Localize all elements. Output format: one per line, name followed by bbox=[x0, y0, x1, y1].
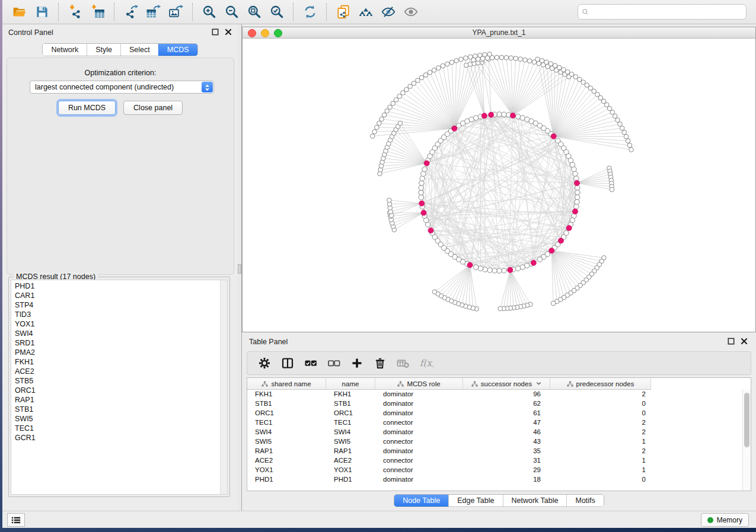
cell-successor-nodes[interactable]: 62 bbox=[463, 399, 550, 408]
column-header-name[interactable]: name bbox=[326, 378, 375, 389]
table-scrollbar[interactable] bbox=[742, 389, 751, 491]
show-details-button[interactable] bbox=[401, 2, 420, 21]
cell-name[interactable]: TEC1 bbox=[326, 418, 375, 427]
cell-mcds-role[interactable]: connector bbox=[375, 456, 463, 465]
zoom-fit-content-button[interactable] bbox=[245, 2, 264, 21]
cell-mcds-role[interactable]: dominator bbox=[375, 408, 463, 418]
mcds-node[interactable] bbox=[421, 210, 426, 216]
criterion-select[interactable]: largest connected component (undirected) bbox=[30, 81, 214, 94]
search-box[interactable] bbox=[578, 4, 747, 20]
column-header-successor-nodes[interactable]: successor nodes bbox=[463, 378, 550, 389]
divider-handle[interactable] bbox=[238, 264, 241, 274]
cell-predecessor-nodes[interactable]: 2 bbox=[550, 446, 651, 456]
tab-network[interactable]: Network bbox=[43, 44, 87, 56]
table-row[interactable]: SWI5SWI5connector431 bbox=[247, 437, 743, 446]
table-row[interactable]: STB1STB1dominator620 bbox=[247, 399, 743, 408]
mcds-node[interactable] bbox=[424, 161, 429, 166]
cell-name[interactable]: ORC1 bbox=[326, 408, 375, 418]
cell-predecessor-nodes[interactable]: 1 bbox=[550, 456, 651, 465]
cell-successor-nodes[interactable]: 43 bbox=[463, 437, 550, 446]
save-session-button[interactable] bbox=[33, 2, 52, 21]
close-panel-button[interactable]: Close panel bbox=[123, 101, 183, 115]
table-row[interactable]: FKH1FKH1dominator962 bbox=[247, 389, 743, 399]
result-list-scrollbar[interactable] bbox=[220, 280, 227, 494]
column-header-MCDS-role[interactable]: MCDS role bbox=[375, 378, 463, 389]
cell-shared-name[interactable]: STB1 bbox=[247, 399, 326, 408]
table-row[interactable]: YOX1YOX1connector291 bbox=[247, 465, 743, 475]
result-node[interactable]: PMA2 bbox=[15, 348, 227, 357]
open-session-button[interactable] bbox=[10, 2, 29, 21]
tab-network-table[interactable]: Network Table bbox=[503, 495, 567, 507]
mcds-node[interactable] bbox=[508, 267, 513, 273]
result-node[interactable]: RAP1 bbox=[15, 395, 227, 405]
tab-select[interactable]: Select bbox=[120, 44, 158, 56]
cell-name[interactable]: STB1 bbox=[326, 399, 375, 408]
cell-predecessor-nodes[interactable]: 2 bbox=[550, 427, 651, 437]
table-scrollbar-thumb[interactable] bbox=[744, 393, 749, 447]
hide-details-button[interactable] bbox=[379, 2, 398, 21]
mcds-node[interactable] bbox=[467, 262, 473, 268]
network-file-button[interactable] bbox=[334, 2, 353, 21]
cell-mcds-role[interactable]: dominator bbox=[375, 446, 463, 456]
mcds-node[interactable] bbox=[549, 248, 554, 253]
cell-successor-nodes[interactable]: 35 bbox=[463, 446, 550, 456]
result-node[interactable]: TEC1 bbox=[15, 424, 227, 433]
close-panel-icon[interactable] bbox=[225, 28, 232, 36]
table-row[interactable]: ORC1ORC1dominator610 bbox=[247, 408, 743, 418]
cell-name[interactable]: YOX1 bbox=[326, 465, 375, 475]
cell-successor-nodes[interactable]: 61 bbox=[463, 408, 550, 418]
cell-shared-name[interactable]: RAP1 bbox=[247, 446, 326, 456]
result-node[interactable]: PHD1 bbox=[15, 281, 227, 291]
mcds-node[interactable] bbox=[566, 225, 572, 230]
cell-mcds-role[interactable]: dominator bbox=[375, 427, 463, 437]
zoom-in-button[interactable] bbox=[200, 2, 219, 21]
show-columns-button[interactable] bbox=[280, 355, 295, 371]
cell-successor-nodes[interactable]: 29 bbox=[463, 465, 550, 475]
cell-name[interactable]: ACE2 bbox=[326, 456, 375, 465]
result-node[interactable]: SRD1 bbox=[15, 338, 227, 348]
cell-mcds-role[interactable]: dominator bbox=[375, 475, 463, 484]
result-node[interactable]: ORC1 bbox=[15, 386, 227, 395]
mcds-node[interactable] bbox=[510, 113, 515, 118]
cell-name[interactable]: FKH1 bbox=[326, 389, 375, 399]
cell-successor-nodes[interactable]: 46 bbox=[463, 427, 550, 437]
network-view[interactable] bbox=[243, 39, 755, 332]
attribute-settings-button[interactable] bbox=[257, 355, 272, 371]
import-table-button[interactable] bbox=[88, 2, 107, 21]
cell-shared-name[interactable]: SWI5 bbox=[247, 437, 326, 446]
delete-column-button[interactable] bbox=[372, 355, 388, 371]
float-table-panel-icon[interactable] bbox=[728, 338, 735, 345]
mcds-node[interactable] bbox=[452, 126, 457, 131]
cell-predecessor-nodes[interactable]: 0 bbox=[550, 399, 651, 408]
cell-predecessor-nodes[interactable]: 0 bbox=[550, 475, 651, 484]
column-header-shared-name[interactable]: shared name bbox=[247, 378, 326, 389]
cell-successor-nodes[interactable]: 18 bbox=[463, 475, 550, 484]
create-column-button[interactable] bbox=[349, 355, 365, 371]
result-node[interactable]: SWI5 bbox=[15, 414, 227, 424]
cell-predecessor-nodes[interactable]: 1 bbox=[550, 465, 651, 475]
table-row[interactable]: PHD1PHD1dominator180 bbox=[247, 475, 743, 484]
apply-layout-button[interactable] bbox=[301, 2, 320, 21]
mcds-node[interactable] bbox=[481, 113, 487, 118]
result-node[interactable]: STP4 bbox=[15, 300, 227, 310]
cell-mcds-role[interactable]: connector bbox=[375, 465, 463, 475]
cell-mcds-role[interactable]: connector bbox=[375, 437, 463, 446]
cell-mcds-role[interactable]: dominator bbox=[375, 399, 463, 408]
task-history-button[interactable] bbox=[7, 513, 25, 527]
cell-name[interactable]: SWI4 bbox=[326, 427, 375, 437]
result-node[interactable]: CAR1 bbox=[15, 291, 227, 300]
result-node[interactable]: FKH1 bbox=[15, 357, 227, 367]
zoom-out-button[interactable] bbox=[222, 2, 241, 21]
cell-predecessor-nodes[interactable]: 2 bbox=[550, 389, 651, 399]
tab-mcds[interactable]: MCDS bbox=[158, 44, 197, 56]
cell-shared-name[interactable]: ORC1 bbox=[247, 408, 326, 418]
network-window-titlebar[interactable]: YPA_prune.txt_1 bbox=[243, 27, 755, 39]
cell-predecessor-nodes[interactable]: 0 bbox=[550, 408, 651, 418]
mcds-node[interactable] bbox=[428, 227, 433, 233]
import-network-button[interactable] bbox=[66, 2, 85, 21]
result-node[interactable]: ACE2 bbox=[15, 367, 227, 376]
memory-button[interactable]: Memory bbox=[701, 513, 749, 527]
tab-style[interactable]: Style bbox=[87, 44, 120, 56]
close-table-panel-icon[interactable] bbox=[741, 338, 748, 345]
result-node[interactable]: STB1 bbox=[15, 405, 227, 414]
